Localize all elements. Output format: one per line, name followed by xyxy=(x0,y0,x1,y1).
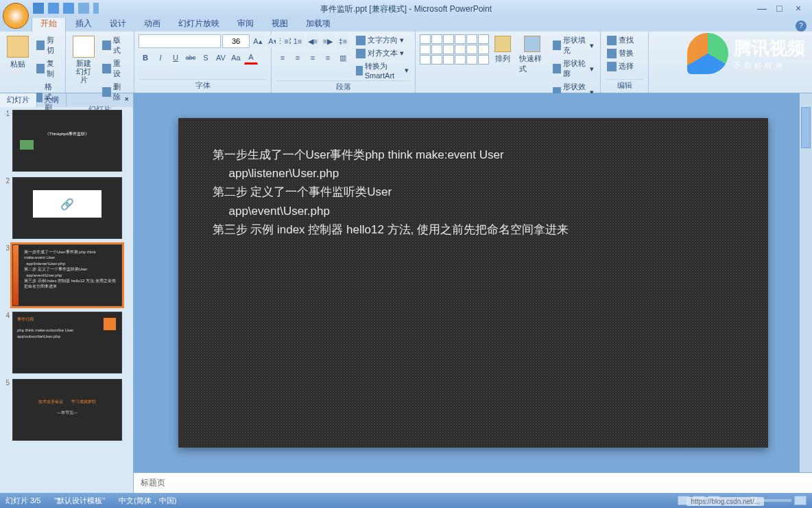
thumb-row: 5 技术改变命运 学习成就梦想 —本节完— xyxy=(3,379,130,441)
shape-callout[interactable] xyxy=(455,45,466,54)
grow-font-button[interactable]: A▴ xyxy=(251,34,265,48)
cut-button[interactable]: 剪切 xyxy=(34,34,61,56)
slide-canvas[interactable]: 第一步生成了一个User事件类php think make:event User… xyxy=(134,93,812,472)
shape-dia[interactable] xyxy=(431,45,442,54)
notes-pane[interactable]: 标题页 xyxy=(134,472,812,493)
format-painter-button[interactable]: 格式刷 xyxy=(34,81,61,113)
bullets-button[interactable]: ⋮≡ xyxy=(276,34,289,48)
shape-x2[interactable] xyxy=(431,55,442,65)
thumb-row: 2 xyxy=(3,177,130,239)
arrange-button[interactable]: 排列 xyxy=(492,34,514,65)
slide-area: 第一步生成了一个User事件类php think make:event User… xyxy=(134,93,812,493)
align-left-button[interactable]: ≡ xyxy=(276,51,289,65)
shape-x5[interactable] xyxy=(466,55,477,65)
tab-view[interactable]: 视图 xyxy=(263,16,296,32)
shape-x1[interactable] xyxy=(420,55,431,65)
tab-design[interactable]: 设计 xyxy=(102,16,134,32)
find-button[interactable]: 查找 xyxy=(605,34,636,46)
shadow-button[interactable]: S xyxy=(199,51,213,65)
new-slide-button[interactable]: 新建 幻灯片 xyxy=(70,34,97,85)
shape-fill-button[interactable]: 形状填充 ▾ xyxy=(551,34,596,56)
layout-button[interactable]: 版式 xyxy=(100,34,130,56)
tab-insert[interactable]: 插入 xyxy=(67,16,100,32)
print-icon[interactable] xyxy=(78,3,89,14)
vertical-scrollbar[interactable] xyxy=(800,93,812,472)
decrease-indent-button[interactable]: ◀≡ xyxy=(306,34,320,48)
shape-star[interactable] xyxy=(443,45,454,54)
redo-icon[interactable] xyxy=(63,3,74,14)
thumbnail-5[interactable]: 技术改变命运 学习成就梦想 —本节完— xyxy=(12,379,122,441)
watermark-subtitle: 不负好时光 xyxy=(734,60,805,71)
select-button[interactable]: 选择 xyxy=(605,60,636,72)
replace-button[interactable]: 替换 xyxy=(605,47,636,59)
window-controls: — □ × xyxy=(757,3,807,11)
reset-icon xyxy=(102,64,111,73)
shape-x3[interactable] xyxy=(443,55,454,65)
copy-button[interactable]: 复制 xyxy=(34,58,61,80)
shape-rect[interactable] xyxy=(431,34,442,44)
shape-arrow[interactable] xyxy=(455,34,466,44)
thumbnail-4[interactable]: 事件订阅 php think make:subscribe Userapp\su… xyxy=(12,312,122,373)
minimize-button[interactable]: — xyxy=(757,3,768,11)
text-direction-icon xyxy=(356,36,366,45)
qat-more-icon[interactable] xyxy=(93,3,99,14)
strikethrough-button[interactable]: abc xyxy=(184,51,198,65)
save-icon[interactable] xyxy=(33,3,44,14)
shape-oval[interactable] xyxy=(443,34,454,44)
smartart-button[interactable]: 转换为 SmartArt ▾ xyxy=(354,60,411,80)
maximize-button[interactable]: □ xyxy=(776,3,787,11)
shape-x4[interactable] xyxy=(455,55,466,65)
thumbnail-2[interactable] xyxy=(12,177,122,239)
tab-review[interactable]: 审阅 xyxy=(229,16,262,32)
thumbnail-3[interactable]: 第一步生成了一个User事件类 php think make:event Use… xyxy=(12,244,122,306)
group-font: A▴ A▾ ⌫ B I U abc S AV Aa A 字体 xyxy=(134,32,272,93)
bold-button[interactable]: B xyxy=(139,51,152,65)
shape-outline-button[interactable]: 形状轮廓 ▾ xyxy=(551,58,596,80)
line-spacing-button[interactable]: ‡≡ xyxy=(336,34,350,48)
undo-icon[interactable] xyxy=(48,3,59,14)
slide-text: app\event\User.php xyxy=(213,202,734,220)
shape-more[interactable] xyxy=(478,34,489,44)
close-button[interactable]: × xyxy=(796,3,807,11)
align-text-button[interactable]: 对齐文本 ▾ xyxy=(354,47,411,59)
shape-line[interactable] xyxy=(420,34,431,44)
font-family-combo[interactable] xyxy=(139,34,221,48)
shape-tri[interactable] xyxy=(420,45,431,54)
quickstyles-button[interactable]: 快速样式 xyxy=(516,34,548,76)
thumbnail-1[interactable]: 《Thinkphp6事件监听》 xyxy=(12,110,122,172)
delete-button[interactable]: 删除 xyxy=(100,81,130,103)
slide-text: 第一步生成了一个User事件类php think make:event User xyxy=(213,146,734,164)
columns-button[interactable]: ▥ xyxy=(336,51,350,65)
office-button[interactable] xyxy=(3,3,29,29)
shape-expand[interactable] xyxy=(478,55,489,65)
shapes-gallery[interactable] xyxy=(420,34,489,65)
shape-curve[interactable] xyxy=(466,45,477,54)
justify-button[interactable]: ≡ xyxy=(321,51,335,65)
tab-animation[interactable]: 动画 xyxy=(136,16,169,32)
shape-text[interactable] xyxy=(466,34,477,44)
change-case-button[interactable]: Aa xyxy=(229,51,243,65)
layout-icon xyxy=(102,41,111,50)
numbering-button[interactable]: 1≡ xyxy=(291,34,304,48)
thumb-number: 2 xyxy=(3,177,10,239)
underline-button[interactable]: U xyxy=(169,51,182,65)
current-slide[interactable]: 第一步生成了一个User事件类php think make:event User… xyxy=(178,118,768,448)
font-size-combo[interactable] xyxy=(222,34,250,48)
help-button[interactable]: ? xyxy=(796,21,807,32)
increase-indent-button[interactable]: ≡▶ xyxy=(321,34,335,48)
text-direction-button[interactable]: 文字方向 ▾ xyxy=(354,34,411,46)
language-status[interactable]: 中文(简体，中国) xyxy=(119,496,176,506)
italic-button[interactable]: I xyxy=(154,51,167,65)
align-center-button[interactable]: ≡ xyxy=(291,51,304,65)
tab-slideshow[interactable]: 幻灯片放映 xyxy=(170,16,228,32)
char-spacing-button[interactable]: AV xyxy=(214,51,228,65)
source-url-overlay: https://blog.csdn.net/... xyxy=(686,497,764,506)
font-color-button[interactable]: A xyxy=(244,51,258,65)
tab-addins[interactable]: 加载项 xyxy=(298,16,339,32)
reset-button[interactable]: 重设 xyxy=(100,58,130,80)
fit-window-button[interactable] xyxy=(794,496,807,505)
scrollbar-thumb[interactable] xyxy=(801,107,811,148)
align-right-button[interactable]: ≡ xyxy=(306,51,320,65)
shape-free[interactable] xyxy=(478,45,489,54)
paste-button[interactable]: 粘贴 xyxy=(4,34,32,71)
